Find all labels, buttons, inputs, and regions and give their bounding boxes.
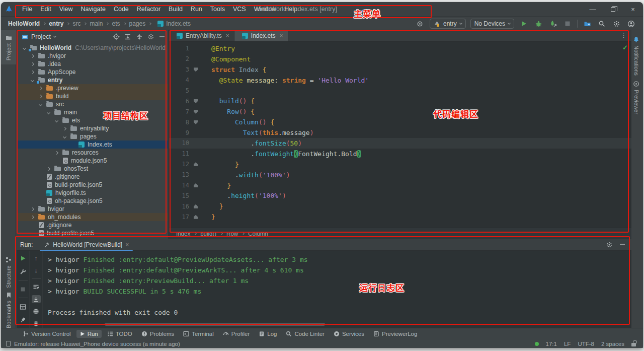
bookmark-icon xyxy=(6,292,12,298)
line-ending[interactable]: LF xyxy=(564,341,571,347)
breadcrumb-item-index.ets[interactable]: Index.ets xyxy=(154,20,191,27)
tool-button-services[interactable]: Services xyxy=(330,330,368,338)
tool-tab-structure[interactable]: Structure xyxy=(1,253,16,292)
module-selector[interactable]: entry xyxy=(430,19,466,29)
log-icon xyxy=(259,331,265,337)
debug-button[interactable] xyxy=(533,19,543,29)
bell-icon xyxy=(633,36,639,43)
settings-gear-icon[interactable] xyxy=(611,19,621,29)
lock-icon[interactable] xyxy=(631,343,636,346)
annotation-label-code-editor: 代码编辑区 xyxy=(433,107,478,120)
annotation-label-main-menu: 主菜单 xyxy=(354,7,381,20)
status-green-dot xyxy=(535,342,539,346)
branch-icon xyxy=(23,331,29,337)
profiler-icon xyxy=(223,331,229,337)
chevron-down-icon xyxy=(508,22,511,25)
tool-button-version-control[interactable]: Version Control xyxy=(19,330,74,338)
annotation-box-project-structure xyxy=(17,30,167,234)
run-icon xyxy=(80,331,85,336)
device-selector[interactable]: No Devices xyxy=(470,19,514,29)
annotation-label-run-log: 运行日志区 xyxy=(359,281,405,294)
attach-debugger-button[interactable] xyxy=(548,19,558,29)
window-controls: — × xyxy=(583,2,643,17)
tool-button-terminal[interactable]: Terminal xyxy=(180,330,217,338)
app-logo-icon xyxy=(5,5,13,13)
breadcrumb-separator-icon xyxy=(106,22,109,25)
tool-button-code-linter[interactable]: Code Linter xyxy=(282,330,328,338)
structure-icon xyxy=(6,257,12,263)
restore-icon xyxy=(611,7,615,12)
problems-icon xyxy=(141,331,147,337)
target-device-icon[interactable] xyxy=(415,19,425,29)
ets-file-icon xyxy=(157,21,164,27)
project-folder-icon xyxy=(6,34,12,41)
breadcrumb-separator-icon xyxy=(43,22,46,25)
todo-icon xyxy=(107,331,113,337)
tool-button-log[interactable]: Log xyxy=(255,330,280,338)
breadcrumb-item-src[interactable]: src xyxy=(72,20,80,27)
previewerlog-icon xyxy=(373,331,379,337)
page: FileEditViewNavigateCodeRefactorBuildRun… xyxy=(0,0,644,351)
status-right-widgets: 17:1 LF UTF-8 2 spaces xyxy=(535,341,636,347)
tool-button-todo[interactable]: TODO xyxy=(104,330,136,338)
terminal-icon xyxy=(183,331,189,337)
tool-button-problems[interactable]: Problems xyxy=(138,330,178,338)
tool-window-bar: Version ControlRunTODOProblemsTerminalPr… xyxy=(1,328,643,339)
profile-avatar-icon[interactable] xyxy=(626,19,636,29)
breadcrumb-item-ets[interactable]: ets xyxy=(112,20,120,27)
minimize-button[interactable]: — xyxy=(583,2,603,17)
close-button[interactable]: × xyxy=(623,2,643,17)
search-everywhere-icon[interactable] xyxy=(597,19,607,29)
linter-icon xyxy=(286,331,292,337)
indent-setting[interactable]: 2 spaces xyxy=(601,341,624,347)
breadcrumb-separator-icon xyxy=(123,22,126,25)
restore-button[interactable] xyxy=(603,2,623,17)
breadcrumb-separator-icon xyxy=(148,22,151,25)
services-icon xyxy=(334,331,340,337)
breadcrumb-separator-icon xyxy=(84,22,87,25)
chevron-down-icon xyxy=(459,22,462,25)
tool-tab-bookmarks[interactable]: Bookmarks xyxy=(1,288,16,332)
breadcrumb-item-main[interactable]: main xyxy=(90,20,103,27)
tool-button-previewerlog[interactable]: PreviewerLog xyxy=(370,330,421,338)
tool-tab-previewer[interactable]: Previewer xyxy=(629,77,643,118)
module-icon xyxy=(434,21,440,27)
tool-button-profiler[interactable]: Profiler xyxy=(219,330,253,338)
caret-position[interactable]: 17:1 xyxy=(546,341,557,347)
status-bar: Emulator: release Huawei_Phone device su… xyxy=(1,339,643,348)
device-file-browser-icon[interactable] xyxy=(582,19,592,29)
tool-button-run[interactable]: Run xyxy=(76,330,102,338)
breadcrumb-item-pages[interactable]: pages xyxy=(129,20,146,27)
right-tool-strip: Notifications Previewer xyxy=(629,30,643,328)
emulator-icon xyxy=(6,341,11,346)
stop-button[interactable] xyxy=(562,19,573,29)
breadcrumb-item-helloworld[interactable]: HelloWorld xyxy=(8,20,40,27)
tool-tab-notifications[interactable]: Notifications xyxy=(629,32,643,80)
breadcrumb-item-entry[interactable]: entry xyxy=(49,20,63,27)
annotation-label-project-structure: 项目结构区 xyxy=(103,109,148,121)
breadcrumb-separator-icon xyxy=(67,22,70,25)
annotation-box-code-editor xyxy=(170,30,629,233)
status-message[interactable]: Emulator: release Huawei_Phone device su… xyxy=(6,341,180,347)
run-toolbar: entry No Devices xyxy=(415,17,636,30)
left-tool-strip: Project Structure Bookmarks xyxy=(1,30,16,328)
toolbar-divider xyxy=(577,20,578,28)
breadcrumb: HelloWorldentrysrcmainetspagesIndex.ets xyxy=(8,20,191,27)
previewer-icon xyxy=(633,81,639,87)
run-button[interactable] xyxy=(519,19,529,29)
file-encoding[interactable]: UTF-8 xyxy=(578,341,594,347)
tool-tab-project[interactable]: Project xyxy=(1,30,16,64)
annotation-box-run-log xyxy=(15,236,630,325)
